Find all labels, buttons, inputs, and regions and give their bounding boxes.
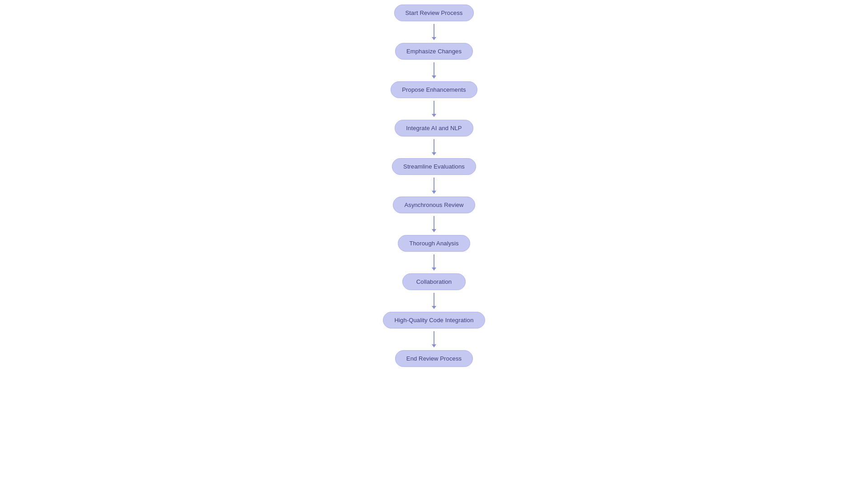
flow-node-high-quality-code[interactable]: High-Quality Code Integration [383, 312, 485, 328]
flow-node-emphasize-changes[interactable]: Emphasize Changes [395, 43, 473, 60]
flow-node-thorough-analysis[interactable]: Thorough Analysis [398, 235, 470, 252]
flow-node-asynchronous-review[interactable]: Asynchronous Review [393, 197, 475, 213]
flow-node-propose-enhancements[interactable]: Propose Enhancements [391, 81, 477, 98]
flow-node-streamline-evaluations[interactable]: Streamline Evaluations [392, 158, 476, 175]
flow-node-integrate-ai-nlp[interactable]: Integrate AI and NLP [395, 120, 473, 136]
flowchart: Start Review ProcessEmphasize ChangesPro… [0, 0, 868, 367]
flow-arrow-3 [432, 136, 436, 158]
flow-arrow-5 [432, 213, 436, 235]
flow-arrow-2 [432, 98, 436, 120]
flow-node-start-review[interactable]: Start Review Process [394, 5, 474, 21]
flow-arrow-1 [432, 60, 436, 81]
flow-arrow-4 [432, 175, 436, 197]
flow-arrow-6 [432, 252, 436, 273]
flow-node-end-review[interactable]: End Review Process [395, 350, 473, 367]
flow-arrow-8 [432, 328, 436, 350]
flow-node-collaboration[interactable]: Collaboration [402, 273, 466, 290]
flow-arrow-7 [432, 290, 436, 312]
flow-arrow-0 [432, 21, 436, 43]
